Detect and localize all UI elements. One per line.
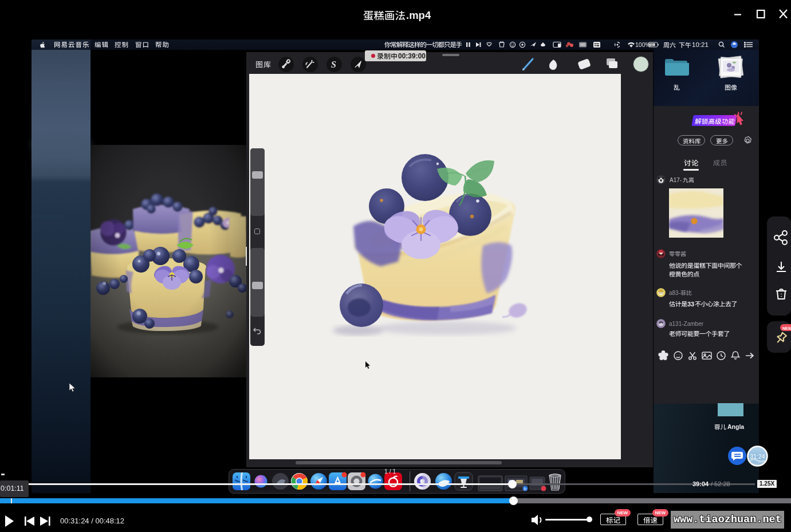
svg-text:S: S xyxy=(331,60,336,69)
svg-text:b: b xyxy=(524,487,526,491)
svg-text:59: 59 xyxy=(650,43,654,46)
svg-text:31:24: 31:24 xyxy=(750,453,765,460)
